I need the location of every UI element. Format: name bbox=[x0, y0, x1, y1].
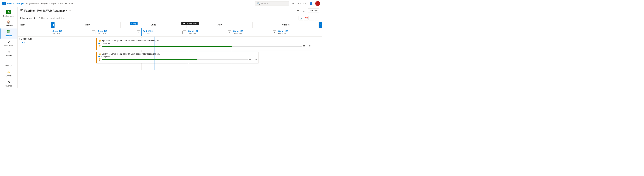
overview-icon: 🏠 bbox=[7, 20, 10, 24]
shopping-bag-icon[interactable]: 🛍 bbox=[297, 1, 302, 6]
sprint-151-dates: 7/4 - 7/22 bbox=[188, 32, 230, 34]
filter-label: Filter by parent bbox=[20, 17, 35, 19]
filter-input-icon: ▽ bbox=[39, 17, 40, 19]
zoom-controls: 🔗 📅 − + bbox=[298, 16, 319, 20]
search-box[interactable]: 🔍 Search bbox=[255, 1, 289, 6]
sprint-cell-152: Sprint 152 7/25 - 8/12 + bbox=[232, 28, 277, 36]
list-icon[interactable]: ≡ bbox=[291, 1, 296, 6]
sprint-150-add[interactable]: + bbox=[182, 30, 186, 34]
month-june: June today bbox=[120, 22, 187, 28]
filter-placeholder: filter by parent work item bbox=[41, 17, 65, 19]
sprint-row: Sprint 148 5/2 - 5/20 + Sprint 149 5/23 … bbox=[51, 28, 322, 36]
sidebar-label-workitems: Work items bbox=[4, 44, 14, 47]
sprint-152-add[interactable]: + bbox=[273, 30, 276, 34]
today-marker: today bbox=[130, 22, 138, 25]
sprint-150-dates: 6/13 - 7/1 bbox=[143, 32, 185, 34]
sidebar-item-sprints[interactable]: ⚡ Sprints bbox=[0, 69, 18, 79]
sidebar-item-queries[interactable]: ⚙ Queries bbox=[0, 79, 18, 88]
zoom-out-btn[interactable]: − bbox=[309, 16, 314, 20]
breadcrumb-item[interactable]: Item bbox=[58, 2, 62, 5]
project-name: Project name bbox=[3, 15, 14, 17]
breadcrumb-page[interactable]: Page bbox=[51, 2, 56, 5]
azure-devops-icon bbox=[2, 2, 6, 5]
status-dot-2 bbox=[98, 56, 100, 57]
today-line-body bbox=[154, 36, 154, 70]
sprint-header-space bbox=[18, 28, 51, 36]
work-item-bar-1-inner: 👑 Epic title: Lorem ipsum dolor sit amet… bbox=[96, 38, 313, 50]
work-item-bar-2[interactable]: 👑 Epic title: Lorem ipsum dolor sit amet… bbox=[96, 52, 258, 63]
gantt-timeline-header: ◀ May June today July bbox=[51, 22, 322, 28]
dropdown-icon[interactable]: ▾ bbox=[66, 10, 67, 12]
gantt-right: Sprint 148 5/2 - 5/20 + Sprint 149 5/23 … bbox=[51, 28, 322, 88]
svg-rect-2 bbox=[8, 32, 8, 33]
sprint-cell-153: Sprint 153 8/15 - 9/2 bbox=[277, 28, 322, 36]
sidebar-item-boards[interactable]: Boards bbox=[0, 28, 18, 38]
sprint-152-name: Sprint 152 bbox=[233, 30, 276, 32]
page-title[interactable]: Fabrikam Mobile/Web Roadmap bbox=[24, 9, 65, 12]
gantt-header: Team ◀ May June today bbox=[18, 22, 322, 28]
calendar-btn[interactable]: 📅 bbox=[304, 16, 308, 20]
work-item-1-status: In progress bbox=[98, 42, 311, 44]
roadmap-icon bbox=[20, 9, 23, 12]
sidebar-label-boards-main: Boards bbox=[6, 35, 12, 37]
main-content: Fabrikam Mobile/Web Roadmap ▾ ☆ Settings… bbox=[18, 7, 322, 88]
app-logo[interactable]: Azure DevOps bbox=[2, 2, 24, 5]
sidebar-label-backlogs: Backlogs bbox=[5, 65, 12, 67]
sidebar-label-boards-sub: Boards bbox=[6, 55, 12, 57]
prev-btn[interactable]: ◀ bbox=[51, 22, 54, 28]
filter-input[interactable]: ▽ filter by parent work item bbox=[37, 16, 84, 20]
sidebar-item-boards-sub[interactable]: ⊞ Boards bbox=[0, 48, 18, 59]
sprint-cell-151: Sprint 151 7/4 - 7/22 + bbox=[187, 28, 232, 36]
progress-track-2 bbox=[102, 59, 248, 60]
sprint-149-add[interactable]: + bbox=[137, 30, 140, 34]
sidebar-item-backlogs[interactable]: ☰ Backlogs bbox=[0, 59, 18, 69]
help-icon[interactable]: ? bbox=[304, 2, 307, 5]
user-settings-icon[interactable]: 👤 bbox=[309, 1, 314, 6]
sprint-148-add[interactable]: + bbox=[92, 30, 96, 34]
progress-track-1 bbox=[102, 46, 302, 46]
sidebar-project[interactable]: C Project name bbox=[0, 8, 18, 18]
boards-icon bbox=[7, 30, 10, 34]
fullscreen-btn[interactable] bbox=[302, 8, 306, 13]
work-item-bar-1[interactable]: 👑 Epic title: Lorem ipsum dolor sit amet… bbox=[96, 38, 313, 50]
header-actions: Settings bbox=[296, 8, 319, 13]
project-avatar: C bbox=[6, 10, 11, 14]
svg-rect-4 bbox=[20, 10, 23, 10]
progress-fill-2 bbox=[102, 59, 197, 60]
avatar[interactable]: C bbox=[315, 1, 320, 6]
zoom-in-btn[interactable]: + bbox=[314, 16, 319, 20]
progress-row-2: 🏆 65 % bbox=[98, 58, 257, 61]
filter-btn[interactable] bbox=[296, 8, 300, 13]
fy-line-body bbox=[188, 36, 188, 70]
sprint-cell-149: Sprint 149 5/23 - 6/10 + bbox=[96, 28, 142, 36]
sprint-cell-150: Sprint 150 6/13 - 7/1 + bbox=[141, 28, 187, 36]
crown-icon-2: 👑 bbox=[98, 53, 101, 55]
team-expand-icon[interactable]: ▾ bbox=[19, 38, 20, 40]
svg-rect-1 bbox=[9, 30, 10, 32]
link-btn[interactable]: 🔗 bbox=[298, 16, 303, 20]
breadcrumb-sep-1: / bbox=[40, 2, 40, 5]
page-header: Fabrikam Mobile/Web Roadmap ▾ ☆ Settings bbox=[18, 7, 322, 14]
breadcrumb-sep-2: / bbox=[49, 2, 50, 5]
status-dot-1 bbox=[98, 42, 100, 44]
sidebar-label-sprints: Sprints bbox=[6, 75, 12, 77]
app-name: Azure DevOps bbox=[7, 2, 24, 5]
breadcrumb-org[interactable]: Organization bbox=[26, 2, 39, 5]
team-sub-epics[interactable]: Epics bbox=[18, 41, 51, 44]
work-item-1-title: 👑 Epic title: Lorem ipsum dolor sit amet… bbox=[98, 40, 311, 42]
sprint-150-name: Sprint 150 bbox=[143, 30, 185, 32]
favorite-icon[interactable]: ☆ bbox=[69, 10, 72, 12]
sprint-153-dates: 8/15 - 9/2 bbox=[278, 32, 321, 34]
settings-button[interactable]: Settings bbox=[308, 8, 319, 13]
next-btn[interactable]: ▶ bbox=[319, 22, 322, 28]
sprint-151-add[interactable]: + bbox=[228, 30, 231, 34]
workitems-icon: ✔ bbox=[8, 40, 10, 44]
breadcrumb-project[interactable]: Project bbox=[41, 2, 48, 5]
sidebar-item-workitems[interactable]: ✔ Work items bbox=[0, 38, 18, 48]
trophy-icon-2: 🏆 bbox=[98, 58, 101, 61]
progress-fill-1 bbox=[102, 46, 232, 46]
breadcrumb-number[interactable]: Number bbox=[65, 2, 73, 5]
sidebar-item-overview[interactable]: 🏠 Overview bbox=[0, 18, 18, 28]
sidebar: C Project name 🏠 Overview Boards ✔ Work … bbox=[0, 7, 18, 88]
team-name: Mobile App bbox=[21, 38, 32, 40]
